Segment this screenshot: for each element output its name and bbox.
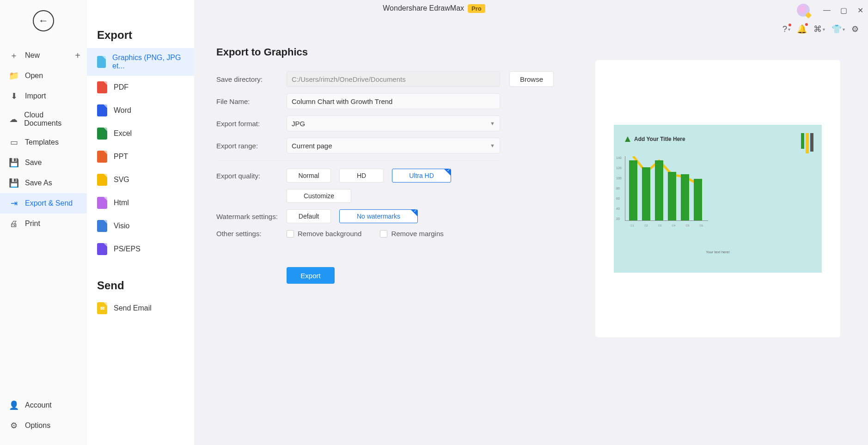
label-watermark: Watermark settings:: [216, 213, 287, 220]
remove-margins-checkbox[interactable]: Remove margins: [380, 230, 443, 238]
print-icon: 🖨: [8, 218, 19, 229]
nav-save[interactable]: 💾Save: [0, 152, 87, 173]
tree-icon: [625, 136, 630, 142]
format-label: Excel: [114, 129, 132, 138]
format-label: SVG: [114, 176, 129, 184]
corner-bars-icon: [801, 133, 813, 153]
label-other: Other settings:: [216, 230, 287, 238]
label-save-directory: Save directory:: [216, 75, 287, 83]
pseps-file-icon: [97, 243, 107, 255]
back-button[interactable]: ←: [33, 10, 54, 31]
format-svg[interactable]: SVG: [87, 168, 194, 191]
import-icon: ⬇: [8, 91, 19, 102]
nav-label: Account: [25, 401, 52, 409]
format-list: Graphics (PNG, JPG et...PDFWordExcelPPTS…: [87, 48, 194, 261]
preview-title-text: Add Your Title Here: [634, 136, 685, 142]
nav-label: Options: [25, 421, 50, 430]
html-file-icon: [97, 197, 107, 209]
checkbox-icon: [287, 230, 294, 238]
save-directory-input[interactable]: [287, 71, 500, 87]
excel-file-icon: [97, 128, 107, 140]
format-label: PS/EPS: [114, 245, 141, 253]
send-email[interactable]: ✉Send Email: [87, 297, 194, 320]
email-icon: ✉: [97, 302, 107, 314]
quality-normal[interactable]: Normal: [287, 169, 331, 183]
chevron-down-icon: ▼: [490, 143, 495, 148]
format-label: PDF: [114, 83, 128, 91]
templates-icon: ▭: [8, 137, 19, 148]
format-ppt[interactable]: PPT: [87, 145, 194, 168]
preview-image: Add Your Title Here 14012010080604020 C1…: [614, 125, 822, 273]
export-heading: Export: [87, 29, 194, 48]
format-html[interactable]: Html: [87, 191, 194, 214]
watermark-default[interactable]: Default: [287, 209, 331, 223]
visio-file-icon: [97, 220, 107, 232]
remove-bg-label: Remove background: [298, 230, 361, 238]
format-label: Visio: [114, 222, 129, 230]
remove-background-checkbox[interactable]: Remove background: [287, 230, 361, 238]
format-pseps[interactable]: PS/EPS: [87, 238, 194, 261]
nav-label: Export & Send: [25, 199, 73, 207]
new-icon: ＋: [8, 50, 19, 61]
nav-account[interactable]: 👤Account: [0, 395, 87, 415]
nav-options[interactable]: ⚙Options: [0, 415, 87, 436]
main-content: Export to Graphics Save directory: Brows…: [194, 0, 868, 445]
nav-label: Cloud Documents: [24, 111, 79, 128]
label-export-format: Export format:: [216, 120, 287, 128]
nav-label: Save As: [25, 179, 52, 187]
format-visio[interactable]: Visio: [87, 214, 194, 238]
word-file-icon: [97, 104, 107, 116]
export-format-select[interactable]: JPG ▼: [287, 116, 500, 131]
bar: [668, 172, 676, 220]
y-axis-labels: 14012010080604020: [616, 156, 622, 220]
divider: [216, 160, 500, 160]
customize-button[interactable]: Customize: [287, 189, 351, 203]
options-icon: ⚙: [8, 420, 19, 431]
format-pdf[interactable]: PDF: [87, 76, 194, 99]
quality-ultra-hd[interactable]: Ultra HD: [392, 169, 451, 183]
account-icon: 👤: [8, 400, 19, 411]
watermark-no-watermarks[interactable]: No watermarks: [339, 209, 418, 223]
nav-saveas[interactable]: 💾Save As: [0, 173, 87, 193]
ppt-file-icon: [97, 151, 107, 163]
bar: [629, 160, 637, 220]
format-excel[interactable]: Excel: [87, 122, 194, 145]
nav-cloud[interactable]: ☁Cloud Documents: [0, 106, 87, 132]
primary-nav-bottom: 👤Account⚙Options: [0, 395, 87, 436]
nav-label: Open: [25, 72, 43, 80]
browse-button[interactable]: Browse: [509, 71, 554, 87]
export-range-value: Current page: [292, 142, 332, 150]
sidebar-primary: ← ＋New+📁Open⬇Import☁Cloud Documents▭Temp…: [0, 0, 87, 445]
preview-chart: 14012010080604020 C1C2C3C4C5C6: [625, 156, 708, 221]
nav-open[interactable]: 📁Open: [0, 66, 87, 86]
format-word[interactable]: Word: [87, 99, 194, 122]
nav-print[interactable]: 🖨Print: [0, 213, 87, 234]
export-range-select[interactable]: Current page ▼: [287, 138, 500, 153]
export-button[interactable]: Export: [287, 267, 335, 284]
format-label: Word: [114, 106, 131, 115]
nav-label: Templates: [25, 138, 59, 146]
nav-new[interactable]: ＋New+: [0, 45, 87, 66]
quality-hd[interactable]: HD: [339, 169, 384, 183]
x-axis-labels: C1C2C3C4C5C6: [625, 224, 708, 227]
file-name-input[interactable]: [287, 93, 500, 109]
nav-label: Print: [25, 219, 40, 228]
plus-icon[interactable]: +: [75, 50, 80, 61]
bar: [655, 160, 663, 220]
bar: [642, 167, 650, 220]
open-icon: 📁: [8, 70, 19, 81]
send-label: Send Email: [114, 304, 152, 312]
export-icon: ⇥: [8, 198, 19, 209]
primary-nav: ＋New+📁Open⬇Import☁Cloud Documents▭Templa…: [0, 45, 87, 234]
format-graphics[interactable]: Graphics (PNG, JPG et...: [87, 48, 194, 76]
watermark-options: DefaultNo watermarks: [287, 209, 418, 223]
label-export-quality: Export quality:: [216, 172, 287, 180]
nav-templates[interactable]: ▭Templates: [0, 132, 87, 152]
preview-title-row: Add Your Title Here: [625, 136, 811, 142]
save-icon: 💾: [8, 157, 19, 168]
nav-export[interactable]: ⇥Export & Send: [0, 193, 87, 213]
nav-import[interactable]: ⬇Import: [0, 86, 87, 106]
pdf-file-icon: [97, 81, 107, 93]
graphics-file-icon: [97, 56, 106, 68]
format-label: Html: [114, 199, 129, 207]
